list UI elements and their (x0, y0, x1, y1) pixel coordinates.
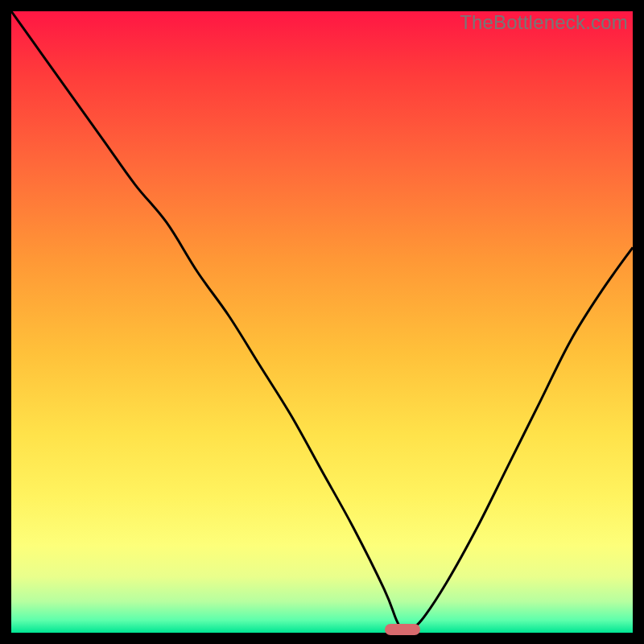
bottleneck-curve (11, 11, 633, 633)
chart-frame: TheBottleneck.com (11, 11, 633, 633)
bottleneck-curve-path (11, 11, 633, 631)
minimum-marker (385, 624, 420, 635)
